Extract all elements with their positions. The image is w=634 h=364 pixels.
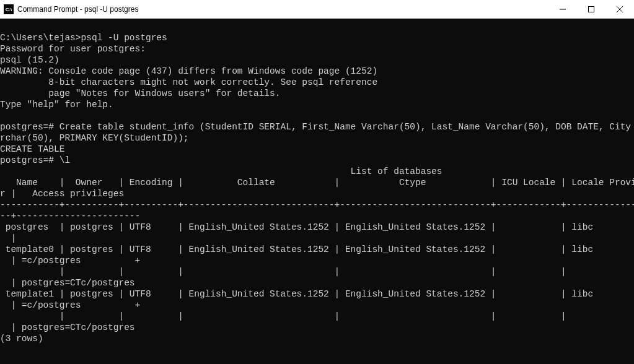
sql-create-line-2: rchar(50), PRIMARY KEY(StudentID)); — [0, 133, 189, 143]
db-row-template1-4: | postgres=CTc/postgres — [0, 323, 135, 332]
codepage-warning-1: WARNING: Console code page (437) differs… — [0, 66, 377, 76]
titlebar[interactable]: C:\ Command Prompt - psql -U postgres — [0, 0, 634, 19]
db-row-postgres-2: | — [0, 233, 16, 243]
db-list-title: List of databases — [0, 167, 442, 176]
psql-version: psql (15.2) — [0, 55, 59, 65]
help-hint: Type "help" for help. — [0, 100, 113, 110]
terminal-output[interactable]: C:\Users\tejas>psql -U postgres Password… — [0, 19, 634, 344]
password-prompt: Password for user postgres: — [0, 44, 146, 54]
db-row-template0-2: | =c/postgres + — [0, 256, 140, 266]
list-databases-cmd: postgres=# \l — [0, 155, 70, 165]
window-title: Command Prompt - psql -U postgres — [17, 5, 138, 14]
create-table-result: CREATE TABLE — [0, 144, 64, 154]
db-row-template1-3: | | | | | | — [0, 311, 566, 321]
cmd-icon: C:\ — [4, 4, 14, 14]
prompt-line: C:\Users\tejas>psql -U postgres — [0, 33, 167, 43]
db-row-postgres-1: postgres | postgres | UTF8 | English_Uni… — [0, 222, 593, 232]
db-list-header-1: Name | Owner | Encoding | Collate | Ctyp… — [0, 178, 634, 188]
codepage-warning-2: 8-bit characters might not work correctl… — [0, 77, 377, 87]
sql-create-line-1: postgres=# Create table student_info (St… — [0, 122, 634, 132]
db-row-count: (3 rows) — [0, 334, 43, 344]
minimize-button[interactable] — [548, 0, 577, 19]
svg-rect-1 — [589, 7, 594, 12]
db-list-separator-1: -----------+----------+----------+------… — [0, 200, 634, 210]
db-row-template1-2: | =c/postgres + — [0, 300, 140, 310]
minimize-icon — [560, 6, 566, 12]
db-list-header-2: r | Access privileges — [0, 189, 124, 199]
db-row-template1-1: template1 | postgres | UTF8 | English_Un… — [0, 289, 593, 299]
db-row-template0-3: | | | | | | — [0, 267, 566, 277]
maximize-icon — [588, 6, 594, 12]
codepage-warning-3: page "Notes for Windows users" for detai… — [0, 89, 280, 98]
close-icon — [617, 6, 623, 12]
close-button[interactable] — [605, 0, 634, 19]
db-row-template0-4: | postgres=CTc/postgres — [0, 278, 135, 288]
db-row-template0-1: template0 | postgres | UTF8 | English_Un… — [0, 245, 593, 254]
maximize-button[interactable] — [577, 0, 605, 19]
db-list-separator-2: --+----------------------- — [0, 211, 140, 221]
